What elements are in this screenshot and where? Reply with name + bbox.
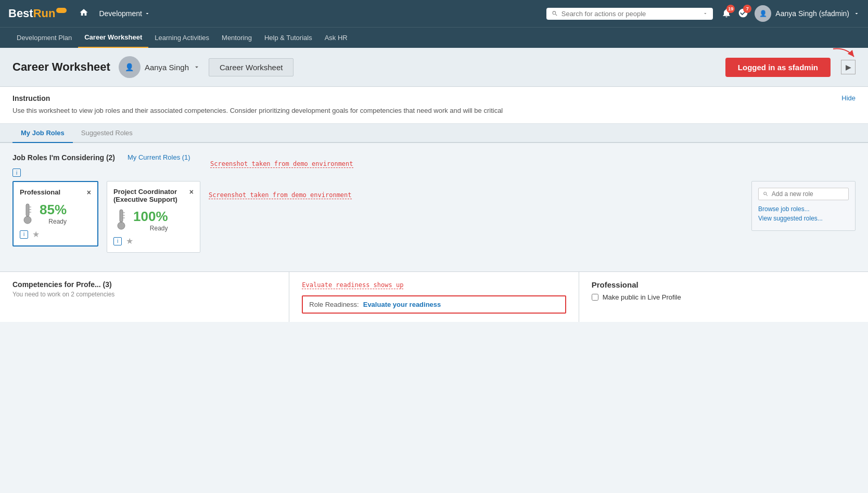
- bottom-section: Competencies for Profe... (3) You need t…: [0, 271, 868, 322]
- tab-suggested-roles[interactable]: Suggested Roles: [73, 124, 141, 143]
- role-card-project-footer: i ★: [113, 236, 194, 246]
- roles-considering-label: Job Roles I'm Considering (2): [12, 153, 115, 162]
- role-card-project-coordinator[interactable]: Project Coordinator (Executive Support) …: [107, 181, 200, 253]
- project-star-icon[interactable]: ★: [126, 236, 133, 246]
- readiness-label: Role Readiness:: [309, 301, 359, 308]
- professional-panel: Professional Make public in Live Profile: [579, 272, 868, 322]
- thermometer-svg: [20, 203, 35, 225]
- professional-pct: 85%: [40, 202, 67, 218]
- top-navigation: BestRun Development 19 7 👤 Aanya Singh (…: [0, 0, 868, 27]
- header-avatar-placeholder: 👤: [119, 56, 141, 78]
- professional-star-icon[interactable]: ★: [32, 229, 40, 239]
- view-suggested-link[interactable]: View suggested roles...: [758, 215, 849, 222]
- svg-point-1: [24, 216, 31, 224]
- role-card-professional-close[interactable]: ×: [87, 188, 91, 197]
- module-label: Development: [99, 9, 142, 18]
- avatar-placeholder: 👤: [755, 5, 771, 22]
- page-header: Career Worksheet 👤 Aanya Singh Career Wo…: [0, 48, 868, 87]
- tab-my-job-roles[interactable]: My Job Roles: [12, 124, 73, 143]
- tabs-section: My Job Roles Suggested Roles: [0, 124, 868, 143]
- evaluate-readiness-link[interactable]: Evaluate your readiness: [363, 301, 441, 308]
- make-public-checkbox[interactable]: [592, 294, 598, 301]
- logo-cloud-icon: [56, 8, 67, 13]
- subnav-career-worksheet[interactable]: Career Worksheet: [78, 28, 148, 48]
- add-role-search-icon: [763, 191, 769, 197]
- role-card-professional-body: 85% Ready: [20, 202, 91, 225]
- role-card-project-stats: 100% Ready: [133, 209, 168, 232]
- thermometer-icon-2: [113, 209, 129, 232]
- main-content: Job Roles I'm Considering (2) My Current…: [0, 143, 868, 264]
- page-header-left: Career Worksheet 👤 Aanya Singh Career Wo…: [12, 56, 293, 78]
- roles-info-icon[interactable]: i: [12, 168, 21, 177]
- subnav-learning-activities[interactable]: Learning Activities: [148, 28, 215, 48]
- check-count: 7: [743, 5, 751, 13]
- nav-icons: 19 7 👤 Aanya Singh (sfadmin): [721, 5, 860, 22]
- professional-ready: Ready: [40, 218, 67, 225]
- competencies-title: Competencies for Profe... (3): [12, 280, 276, 289]
- search-dropdown-icon[interactable]: [703, 10, 708, 17]
- module-dropdown[interactable]: Development: [99, 9, 150, 18]
- professional-info-icon[interactable]: i: [20, 230, 28, 239]
- demo-annotation: Screenshot taken from demo environment: [210, 160, 353, 168]
- role-card-professional-title: Professional: [20, 188, 60, 196]
- competencies-panel: Competencies for Profe... (3) You need t…: [0, 272, 289, 322]
- hide-link[interactable]: Hide: [841, 94, 856, 102]
- thermometer-svg-2: [113, 209, 129, 230]
- notif-count: 19: [726, 5, 735, 13]
- check-icon[interactable]: 7: [738, 8, 748, 20]
- role-card-professional-footer: i ★: [20, 229, 91, 239]
- user-dropdown[interactable]: 👤 Aanya Singh: [119, 56, 200, 78]
- home-icon[interactable]: [79, 8, 88, 20]
- add-role-input[interactable]: [772, 190, 844, 198]
- logged-in-button[interactable]: Logged in as sfadmin: [725, 58, 831, 77]
- subnav-ask-hr[interactable]: Ask HR: [318, 28, 354, 48]
- current-roles-link[interactable]: My Current Roles (1): [127, 153, 190, 161]
- roles-cards: Professional × 85% Ready: [12, 181, 856, 253]
- svg-rect-5: [120, 210, 123, 222]
- notifications-bell[interactable]: 19: [721, 8, 732, 20]
- annotation-demo-container: Screenshot taken from demo environment: [209, 181, 352, 199]
- add-role-panel: Browse job roles... View suggested roles…: [751, 181, 856, 231]
- user-name-label: Aanya Singh (sfadmin): [775, 9, 849, 18]
- header-user-name: Aanya Singh: [145, 63, 189, 72]
- svg-rect-0: [26, 204, 29, 216]
- user-dropdown-icon: [853, 10, 860, 17]
- competencies-subtitle: You need to work on 2 competencies: [12, 291, 276, 298]
- instruction-section: Instruction Use this worksheet to view j…: [0, 87, 868, 124]
- brand-logo[interactable]: BestRun: [8, 7, 67, 20]
- sub-navigation: Development Plan Career Worksheet Learni…: [0, 27, 868, 48]
- browse-roles-link[interactable]: Browse job roles...: [758, 205, 849, 213]
- thermometer-icon: [20, 203, 35, 225]
- page-title: Career Worksheet: [12, 60, 110, 74]
- professional-panel-title: Professional: [592, 280, 856, 289]
- project-pct: 100%: [133, 209, 168, 225]
- project-info-icon[interactable]: i: [113, 237, 122, 245]
- global-search[interactable]: [546, 8, 713, 20]
- readiness-row: Role Readiness: Evaluate your readiness: [302, 295, 566, 314]
- logo-best: Best: [8, 7, 33, 20]
- info-icon-row: i: [12, 168, 856, 177]
- add-role-search[interactable]: [758, 188, 849, 200]
- career-worksheet-tab-btn[interactable]: Career Worksheet: [209, 58, 293, 76]
- search-input[interactable]: [561, 10, 699, 18]
- logo-run: Run: [33, 7, 56, 20]
- role-card-project-title: Project Coordinator (Executive Support): [113, 188, 189, 203]
- subnav-mentoring[interactable]: Mentoring: [215, 28, 258, 48]
- user-dropdown-chevron: [193, 63, 200, 71]
- role-card-project-close[interactable]: ×: [189, 188, 194, 196]
- annotation-arrow: [831, 46, 857, 72]
- role-card-professional[interactable]: Professional × 85% Ready: [12, 181, 98, 247]
- role-card-project-body: 100% Ready: [113, 209, 194, 232]
- user-menu[interactable]: 👤 Aanya Singh (sfadmin): [755, 5, 860, 22]
- readiness-panel: Evaluate readiness shows up Role Readine…: [289, 272, 579, 322]
- make-public-label: Make public in Live Profile: [603, 293, 681, 301]
- instruction-text: Use this worksheet to view job roles and…: [12, 106, 503, 116]
- subnav-development-plan[interactable]: Development Plan: [10, 28, 78, 48]
- readiness-annotation-row: Evaluate readiness shows up: [302, 280, 566, 291]
- roles-header: Job Roles I'm Considering (2) My Current…: [12, 153, 856, 162]
- readiness-annotation: Evaluate readiness shows up: [302, 281, 403, 289]
- page-header-right: Logged in as sfadmin ▶: [725, 58, 856, 77]
- add-role-links: Browse job roles... View suggested roles…: [758, 205, 849, 222]
- subnav-help-tutorials[interactable]: Help & Tutorials: [258, 28, 318, 48]
- header-avatar: 👤: [119, 56, 141, 78]
